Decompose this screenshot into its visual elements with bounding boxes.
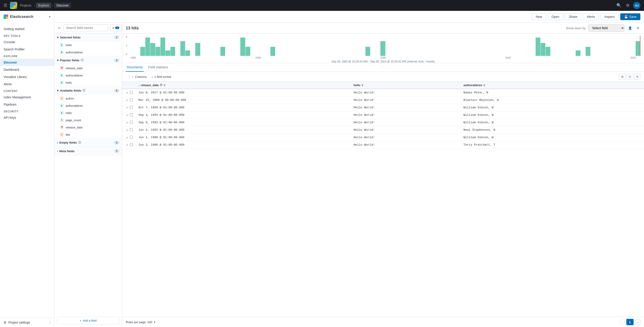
sidebar-item-console[interactable]: Console (0, 38, 54, 46)
rows-per-page-chevron[interactable]: ▾ (154, 320, 156, 324)
chart-drag-handle[interactable]: ⋯ (126, 64, 640, 68)
results-header: 13 hits Break down by Select field 👤 ⚙ (122, 23, 644, 34)
table-header-row: ↓ release_date ⏱ ∨ hello ∨ (122, 82, 644, 89)
search-icon[interactable]: 🔍 (616, 2, 622, 9)
expand-button-2[interactable]: ↗ (125, 106, 129, 110)
sort-button[interactable]: ↕ 1 field sorted (152, 75, 171, 78)
th-release-date[interactable]: ↓ release_date ⏱ ∨ (136, 82, 351, 89)
field-item-authorabbrev-selected[interactable]: k authorabbrev (54, 49, 122, 56)
data-table-container[interactable]: ↓ release_date ⏱ ∨ hello ∨ (122, 82, 644, 317)
row-checkbox-1[interactable] (130, 98, 133, 101)
expand-button-3[interactable]: ↗ (125, 113, 129, 117)
breadcrumb-discover[interactable]: Discover (54, 3, 71, 8)
sidebar-item-api-keys[interactable]: API keys (0, 114, 54, 121)
chart-bar (195, 43, 200, 56)
getting-started-label: Getting started (4, 27, 24, 31)
back-button[interactable]: ⇐ (57, 25, 62, 31)
expand-button-5[interactable]: ↗ (125, 128, 129, 132)
expand-button-6[interactable]: ↗ (125, 136, 129, 140)
field-item-hello-avail[interactable]: k hello (54, 109, 122, 116)
api-keys-label: API keys (4, 116, 16, 119)
th-hello[interactable]: hello ∨ (351, 82, 461, 89)
view-btn-1[interactable]: ⊞ (619, 74, 626, 80)
sidebar-item-pipelines[interactable]: Pipelines (0, 101, 54, 108)
section-empty-fields-header[interactable]: › Empty fields ⓘ 0 (54, 138, 122, 147)
field-item-authorabbrev-popular[interactable]: k authorabbrev (54, 72, 122, 79)
avatar[interactable]: AJ (633, 2, 640, 9)
row-checkbox-7[interactable] (130, 143, 133, 146)
field-item-release-date-popular[interactable]: 📅 release_date (54, 64, 122, 72)
alerts-button[interactable]: Alerts (583, 13, 599, 20)
cell-date-1: Mar 15, 2000 @ 00:00:00.000 (136, 97, 351, 104)
field-panel: ⇐ ≡ 1 ▾ Selected fields (54, 23, 122, 327)
prev-page-button[interactable]: ‹ (619, 319, 624, 325)
col-release-date-chevron[interactable]: ∨ (164, 83, 166, 87)
sidebar-item-project-settings[interactable]: ⚙ Project settings › (0, 318, 54, 327)
breakdown-select[interactable]: Select field (588, 24, 624, 32)
row-checkbox-3[interactable] (130, 113, 133, 116)
row-checkbox-6[interactable] (130, 136, 133, 139)
chart-bar-empty (276, 56, 280, 56)
row-checkbox-4[interactable] (130, 121, 133, 124)
view-btn-3[interactable]: ⧉ (634, 74, 640, 80)
col-authorabbrev-chevron[interactable]: ∨ (483, 83, 486, 87)
table-head: ↓ release_date ⏱ ∨ hello ∨ (122, 82, 644, 89)
sidebar-item-visualize-library[interactable]: Visualize Library (0, 73, 54, 80)
field-type-cal-icon-2: 📅 (60, 125, 64, 129)
sidebar-item-alerts[interactable]: Alerts (0, 80, 54, 88)
breakdown-label: Break down by (566, 26, 586, 30)
filter-button[interactable]: ≡ 1 (110, 25, 122, 31)
th-authorabbrev[interactable]: authorabbrev ∨ (461, 82, 644, 89)
gear-icon[interactable]: ⚙ (625, 2, 630, 9)
expand-button-7[interactable]: ↗ (125, 143, 129, 147)
next-page-button[interactable]: › (636, 319, 640, 325)
field-item-page-count[interactable]: # page_count (54, 116, 122, 124)
breadcrumb-explore[interactable]: Explore (36, 3, 51, 8)
field-item-authorabbrev-avail[interactable]: k authorabbrev (54, 102, 122, 109)
sidebar-item-getting-started[interactable]: Getting started (0, 25, 54, 32)
sidebar-item-discover[interactable]: Discover (0, 59, 54, 66)
expand-button-1[interactable]: ↗ (125, 98, 129, 102)
view-btn-2[interactable]: ☰ (626, 74, 633, 80)
chart-bar-empty (200, 56, 205, 56)
save-button[interactable]: 💾 Save (620, 13, 640, 20)
section-selected-fields-header[interactable]: ▾ Selected fields 2 (54, 33, 122, 41)
section-popular-fields-header[interactable]: ▾ Popular fields ⓘ 3 (54, 56, 122, 64)
results-settings-icon[interactable]: ⚙ (636, 25, 640, 31)
search-input[interactable] (64, 24, 108, 31)
add-field-button[interactable]: + Add a field (57, 317, 119, 324)
new-button[interactable]: New (532, 13, 546, 20)
col-hello-chevron[interactable]: ∨ (361, 83, 364, 87)
expand-button-4[interactable]: ↗ (125, 121, 129, 125)
field-item-title[interactable]: t title (54, 131, 122, 138)
sidebar-item-dashboard[interactable]: Dashboard (0, 66, 54, 73)
sidebar-item-search-profiler[interactable]: Search Profiler (0, 46, 54, 53)
row-checkbox-5[interactable] (130, 128, 133, 131)
row-checkbox-2[interactable] (130, 106, 133, 109)
field-item-hello-popular[interactable]: k hello (54, 79, 122, 86)
inspect-button[interactable]: Inspect (600, 13, 618, 20)
row-checkbox-0[interactable] (130, 91, 133, 94)
cell-hello-6: Hello World! (351, 134, 461, 141)
expand-button-0[interactable]: ↗ (125, 91, 129, 95)
hamburger-icon[interactable]: ☰ (4, 3, 7, 8)
field-item-hello-selected[interactable]: k hello (54, 41, 122, 49)
field-item-release-date-avail[interactable]: 📅 release_date (54, 124, 122, 131)
table-controls: ⋮⋮ Columns ↕ 1 field sorted ⊞ ☰ ⧉ (122, 72, 644, 82)
open-button[interactable]: Open (548, 13, 563, 20)
chart-bars[interactable] (130, 35, 640, 56)
discover-layout: ⇐ ≡ 1 ▾ Selected fields (54, 23, 644, 327)
columns-button[interactable]: ⋮⋮ Columns (126, 74, 149, 80)
section-label-security: Security (0, 108, 54, 114)
field-type-k-icon-3: k (60, 73, 64, 77)
section-available-fields-header[interactable]: ▾ Available fields ⓘ 6 (54, 86, 122, 95)
field-item-author[interactable]: t author (54, 95, 122, 102)
share-button[interactable]: Share (565, 13, 581, 20)
field-stats-icon[interactable]: 👤 (627, 25, 633, 31)
toolbar: New Open Share Alerts Inspect 💾 Save (54, 11, 644, 23)
cell-author-1: Alastair Reynolds, A (461, 97, 644, 104)
section-meta-fields-header[interactable]: › Meta fields 3 (54, 147, 122, 155)
sidebar-collapse-icon[interactable]: ▾ (49, 15, 50, 18)
sidebar-item-index-management[interactable]: Index Management (0, 94, 54, 101)
chart-bar (240, 37, 245, 56)
